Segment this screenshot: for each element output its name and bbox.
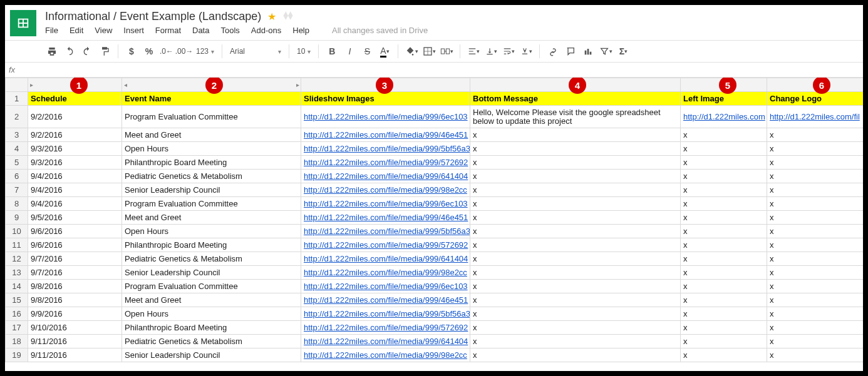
cell[interactable]: 9/3/2016 [28,156,122,170]
row-header[interactable]: 10 [6,225,28,238]
cell[interactable]: Senior Leadership Council [122,183,301,197]
cell[interactable]: Philanthropic Board Meeting [122,156,301,170]
cell[interactable]: Schedule [28,92,122,106]
text-color-icon[interactable]: A▾ [376,43,393,59]
cell[interactable]: x [470,225,681,238]
cell[interactable]: Left Image [681,92,767,106]
currency-icon[interactable]: $ [123,43,140,59]
cell[interactable]: x [681,225,767,238]
cell-link[interactable]: http://d1.222miles.com [683,112,765,121]
cell[interactable]: x [470,307,681,321]
functions-icon[interactable]: Σ▾ [615,43,631,59]
strikethrough-icon[interactable]: S [359,43,375,59]
cell-link[interactable]: http://d1.222miles.com/file/media/999/6e… [304,199,468,208]
cell[interactable]: 9/10/2016 [28,321,122,335]
cell[interactable]: Senior Leadership Council [122,348,301,362]
cell[interactable]: http://d1.222miles.com/file/media/999/98… [301,183,470,197]
cell[interactable]: Pediatric Genetics & Metabolism [122,252,301,266]
cell[interactable]: 9/8/2016 [28,280,122,293]
cell[interactable]: 9/7/2016 [28,266,122,280]
cell-link[interactable]: http://d1.222miles.com/file/media/999/46… [304,295,468,305]
cell-link[interactable]: http://d1.222miles.com/file/media/999/5b… [304,309,470,318]
cell[interactable]: 9/2/2016 [28,128,122,142]
select-all-corner[interactable] [6,78,28,92]
fill-color-icon[interactable]: ▾ [403,43,420,59]
cell[interactable]: x [767,183,864,197]
document-title[interactable]: Informational / Event Example (Landscape… [45,10,261,23]
column-expand-right-icon[interactable]: ▸ [294,78,301,91]
cell[interactable]: 9/4/2016 [28,170,122,183]
cell[interactable]: x [470,335,681,348]
h-align-icon[interactable]: ▾ [465,43,482,59]
cell[interactable]: 9/6/2016 [28,238,122,252]
cell[interactable]: Slideshow Images [301,92,470,106]
cell[interactable]: x [767,170,864,183]
cell-link[interactable]: http://d1.222miles.com/file/media/999/98… [304,268,467,277]
star-icon[interactable]: ★ [267,11,276,23]
cell-link[interactable]: http://d1.222miles.com/file/media/999/5b… [304,144,470,153]
cell[interactable]: Bottom Message [470,92,681,106]
cell-link[interactable]: http://d1.222miles.com/file/media/999/98… [304,185,467,195]
cell[interactable]: x [470,128,681,142]
cell-link[interactable]: http://d1.222miles.com/file/media/999/98… [304,350,467,360]
cell[interactable]: Program Evaluation Committee [122,106,301,128]
cell[interactable]: Meet and Greet [122,293,301,307]
menu-view[interactable]: View [95,26,112,35]
cell[interactable]: http://d1.222miles.com/file/media/999/98… [301,348,470,362]
font-size-dropdown[interactable]: 10▾ [294,47,313,56]
cell[interactable]: Philanthropic Board Meeting [122,238,301,252]
column-header-e[interactable] [681,78,767,92]
cell[interactable]: Pediatric Genetics & Metabolism [122,170,301,183]
cell[interactable]: Meet and Greet [122,128,301,142]
row-header[interactable]: 9 [6,211,28,225]
column-expand-left-icon[interactable]: ◂ [122,78,128,91]
menu-insert[interactable]: Insert [123,26,144,35]
cell[interactable]: Open Hours [122,307,301,321]
cell-link[interactable]: http://d1.222miles.com/file/media/999/57… [304,240,468,250]
column-header-f[interactable] [767,78,864,92]
row-header[interactable]: 1 [6,92,28,106]
cell[interactable]: http://d1.222miles.com/file/media/999/6e… [301,280,470,293]
cell[interactable]: 9/8/2016 [28,293,122,307]
cell[interactable]: x [767,348,864,362]
cell[interactable]: x [681,197,767,211]
cell[interactable]: Program Evaluation Committee [122,197,301,211]
cell[interactable]: x [470,266,681,280]
cell[interactable]: Meet and Greet [122,211,301,225]
cell[interactable]: x [470,280,681,293]
more-formats-dropdown[interactable]: 123▾ [194,47,217,56]
cell[interactable]: 9/11/2016 [28,335,122,348]
column-header-a[interactable]: ▸ [28,78,122,92]
move-to-drive-icon[interactable] [282,10,294,23]
v-align-icon[interactable]: ▾ [483,43,499,59]
cell[interactable]: x [767,280,864,293]
paint-format-icon[interactable] [96,43,113,59]
cell[interactable]: Pediatric Genetics & Metabolism [122,335,301,348]
cell[interactable]: x [470,197,681,211]
cell-link[interactable]: http://d1.222miles.com/file/media/999/6e… [304,282,468,291]
row-header[interactable]: 15 [6,293,28,307]
increase-decimal-icon[interactable]: .00→ [176,43,192,59]
cell[interactable]: http://d1.222miles.com [681,106,767,128]
cell[interactable]: x [767,156,864,170]
row-header[interactable]: 8 [6,197,28,211]
cell[interactable]: http://d1.222miles.com/file/media/999/46… [301,211,470,225]
column-expand-left-icon[interactable]: ▸ [28,78,34,91]
cell[interactable]: x [767,252,864,266]
merge-cells-icon[interactable]: ▾ [438,43,455,59]
cell-link[interactable]: http://d1.222miles.com/file/media/999/64… [304,254,468,263]
cell[interactable]: 9/9/2016 [28,307,122,321]
menu-tools[interactable]: Tools [220,26,239,35]
cell[interactable]: http://d1.222miles.com/file/media/999/5b… [301,142,470,156]
decrease-decimal-icon[interactable]: .0← [158,43,175,59]
cell[interactable]: x [767,335,864,348]
row-header[interactable]: 2 [6,106,28,128]
menu-data[interactable]: Data [192,26,209,35]
cell[interactable]: x [681,266,767,280]
cell[interactable]: x [767,225,864,238]
cell[interactable]: x [681,293,767,307]
formula-input[interactable] [28,64,859,76]
cell-link[interactable]: http://d1.222miles.com/file/media/999/46… [304,213,468,222]
cell[interactable]: http://d1.222miles.com/file/media/999/46… [301,293,470,307]
cell[interactable]: 9/7/2016 [28,252,122,266]
